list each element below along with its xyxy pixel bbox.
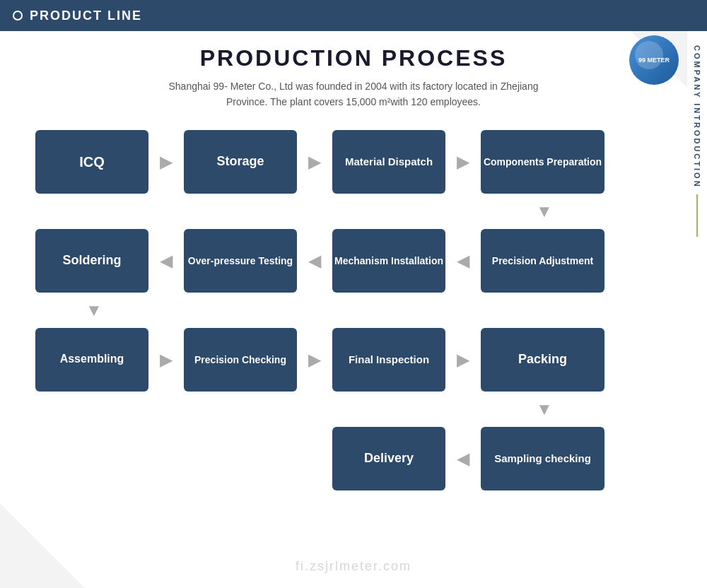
arrow-components-precision: ▼ xyxy=(527,197,562,225)
arrow-final-packing: ▶ xyxy=(449,349,477,370)
box-delivery: Delivery xyxy=(332,427,445,490)
box-soldering: Soldering xyxy=(35,229,148,293)
subtitle-line2: Province. The plant covers 15,000 m²with… xyxy=(226,96,481,107)
box-mechanism-installation: Mechanism Installation xyxy=(332,229,445,293)
box-icq: ICQ xyxy=(35,130,148,194)
main-content: PRODUCTION PROCESS Shanghai 99- Meter Co… xyxy=(0,31,707,519)
page-subtitle: Shanghai 99- Meter Co., Ltd was founded … xyxy=(28,78,679,110)
flow-diagram: ICQ ▶ Storage ▶ Material Dispatch ▶ Comp… xyxy=(28,130,679,512)
arrow-storage-material: ▶ xyxy=(300,151,329,172)
box-over-pressure-testing: Over-pressure Testing xyxy=(184,229,297,293)
box-precision-adjustment: Precision Adjustment xyxy=(481,229,604,293)
arrow-sampling-delivery: ◀ xyxy=(449,448,477,469)
arrow-icq-storage: ▶ xyxy=(152,151,180,172)
arrow-packing-sampling: ▼ xyxy=(527,395,562,423)
box-final-inspection: Final Inspection xyxy=(332,328,445,392)
arrow-material-components: ▶ xyxy=(449,151,477,172)
box-assembling: Assembling xyxy=(35,328,148,392)
box-components-preparation: Components Preparation xyxy=(481,130,604,194)
page-title: PRODUCTION PROCESS xyxy=(28,45,679,71)
box-storage: Storage xyxy=(184,130,297,194)
arrow-assembling-precision: ▶ xyxy=(152,349,180,370)
watermark: fi.zsjrlmeter.com xyxy=(296,559,411,574)
header-title: PRODUCT LINE xyxy=(30,8,142,23)
box-packing: Packing xyxy=(481,328,604,392)
arrow-overpressure-soldering: ◀ xyxy=(152,250,180,271)
box-precision-checking: Precision Checking xyxy=(184,328,297,392)
subtitle-line1: Shanghai 99- Meter Co., Ltd was founded … xyxy=(169,81,539,92)
box-material-dispatch: Material Dispatch xyxy=(332,130,445,194)
arrow-mechanism-overpressure: ◀ xyxy=(300,250,329,271)
arrow-precision-mechanism: ◀ xyxy=(449,250,477,271)
logo-text: 99 METER xyxy=(638,57,670,64)
arrow-precision-final: ▶ xyxy=(300,349,329,370)
header-circle-icon xyxy=(13,11,23,20)
box-sampling-checking: Sampling checking xyxy=(481,427,604,490)
header: PRODUCT LINE xyxy=(0,0,707,31)
arrow-soldering-assembling: ▼ xyxy=(76,296,112,324)
